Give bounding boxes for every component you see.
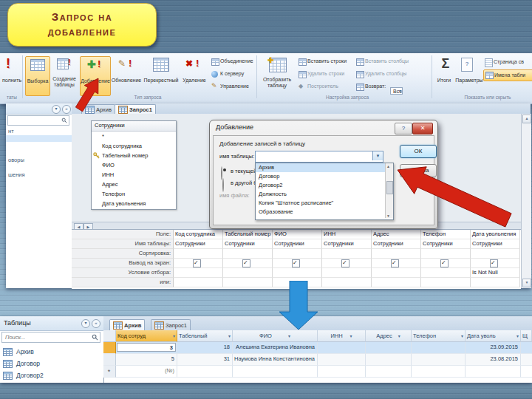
scroll-up-icon[interactable]: ▲ xyxy=(386,164,390,168)
crosstab-query-button[interactable]: Перекрестный xyxy=(143,56,179,95)
sort-arrow-icon[interactable] xyxy=(288,333,290,338)
cell-empty[interactable] xyxy=(412,366,466,378)
scroll-down-icon[interactable]: ▼ xyxy=(522,279,531,287)
field-item-asterisk[interactable]: * xyxy=(92,132,176,141)
column-header-inn[interactable]: ИНН xyxy=(318,330,366,342)
grid-cell-criteria[interactable]: Is Not Null xyxy=(471,268,520,278)
show-checkbox[interactable] xyxy=(292,259,300,267)
grid-cell[interactable]: Сотрудники xyxy=(372,239,421,249)
sort-arrow-icon[interactable] xyxy=(228,333,231,338)
grid-cell[interactable] xyxy=(421,278,471,287)
cell-phone[interactable] xyxy=(412,354,466,366)
cell-date[interactable]: 23.09.2015 xyxy=(466,342,521,354)
grid-cell[interactable]: Сотрудники xyxy=(174,239,223,249)
ok-button[interactable]: ОК xyxy=(400,145,437,158)
builder-button[interactable]: ◆ Построитель xyxy=(299,83,352,92)
cell-empty[interactable] xyxy=(366,366,412,378)
nav-item-fragment[interactable]: шения xyxy=(8,171,25,178)
cell-tabnum[interactable]: 31 xyxy=(177,354,233,366)
show-checkbox[interactable] xyxy=(440,259,449,267)
grid-cell[interactable] xyxy=(471,249,520,259)
nav-item-fragment[interactable]: нт xyxy=(8,128,14,134)
grid-cell[interactable] xyxy=(372,249,421,259)
cancel-button[interactable]: Отмена xyxy=(400,164,437,177)
select-all-corner[interactable] xyxy=(103,330,116,342)
grid-cell[interactable] xyxy=(322,268,372,278)
column-header-clicktoadd[interactable]: Щ xyxy=(521,330,532,342)
run-button[interactable]: полнить xyxy=(0,78,24,83)
grid-cell[interactable] xyxy=(372,268,421,278)
cell-empty[interactable] xyxy=(233,366,318,378)
show-checkbox[interactable] xyxy=(193,259,201,267)
nav-search-input[interactable] xyxy=(7,115,69,126)
grid-cell[interactable] xyxy=(174,268,223,278)
cell-phone[interactable] xyxy=(412,342,466,354)
cell-code[interactable]: 5 xyxy=(116,354,177,366)
cell-tabnum[interactable]: 18 xyxy=(177,342,233,354)
delete-rows-button[interactable]: Удалить строки xyxy=(299,70,352,79)
cell-date[interactable]: 23.08.2015 xyxy=(466,354,521,366)
grid-cell[interactable]: Табельный номер xyxy=(223,230,273,239)
shutter-close-icon[interactable]: « xyxy=(62,105,71,114)
grid-cell[interactable] xyxy=(273,278,322,287)
grid-cell[interactable] xyxy=(322,249,372,259)
grid-cell[interactable] xyxy=(174,278,223,287)
column-header-tabnum[interactable]: Табельный xyxy=(177,330,233,342)
dropdown-item[interactable]: Договор2 xyxy=(256,181,393,190)
field-item[interactable]: Адрес xyxy=(92,180,176,189)
new-record-selector[interactable] xyxy=(103,366,116,378)
sort-arrow-icon[interactable] xyxy=(350,333,352,338)
union-query-button[interactable]: Объединение xyxy=(211,58,256,66)
grid-cell[interactable] xyxy=(471,278,520,287)
cell-address[interactable] xyxy=(366,354,412,366)
dropdown-item[interactable]: Договор xyxy=(256,172,393,181)
data-definition-button[interactable]: ✎ Управление xyxy=(211,83,256,92)
cell-empty[interactable] xyxy=(318,366,366,378)
field-item-primary-key[interactable]: Табельный номер xyxy=(92,151,176,160)
chevron-down-icon[interactable]: ▾ xyxy=(81,319,90,328)
cell-inn[interactable] xyxy=(318,354,366,366)
cell-fio[interactable]: Алешина Екатерина Ивановна xyxy=(233,342,318,354)
insert-columns-button[interactable]: Вставить столбцы xyxy=(356,58,430,66)
field-item[interactable]: Дата увольнения xyxy=(92,199,176,208)
cell-code-editing[interactable]: 3 xyxy=(116,342,177,354)
vertical-scrollbar[interactable]: ▲ ▼ xyxy=(521,114,531,288)
shutter-close-icon[interactable]: « xyxy=(92,319,100,328)
grid-cell[interactable]: Адрес xyxy=(372,230,421,239)
search-input[interactable] xyxy=(4,332,89,342)
nav-item-dogovor2[interactable]: Договор2 xyxy=(0,369,103,381)
row-selector[interactable] xyxy=(103,354,116,366)
insert-rows-button[interactable]: Вставить строки xyxy=(299,58,352,66)
nav-item-fragment[interactable]: оворы xyxy=(8,157,24,163)
list-scrollbar[interactable]: ▲ ▼ xyxy=(385,163,393,218)
dropdown-item-selected[interactable]: Архив xyxy=(256,163,393,172)
field-item[interactable]: ИНН xyxy=(92,170,176,180)
grid-cell[interactable]: Сотрудники xyxy=(223,239,273,249)
return-control[interactable]: Возврат: Все xyxy=(356,83,430,92)
cell-extra[interactable] xyxy=(521,354,532,366)
dropdown-item[interactable]: Образование xyxy=(256,208,393,216)
grid-cell[interactable]: Сотрудники xyxy=(322,239,372,249)
grid-cell[interactable] xyxy=(372,278,421,287)
show-checkbox[interactable] xyxy=(391,259,399,267)
column-header-code[interactable]: Код сотруд xyxy=(116,330,177,342)
dropdown-item[interactable]: Должность xyxy=(256,190,393,199)
grid-cell[interactable] xyxy=(223,249,273,259)
grid-cell[interactable] xyxy=(273,249,322,259)
other-db-radio[interactable] xyxy=(222,178,224,192)
grid-cell[interactable]: ИНН xyxy=(322,230,372,239)
cell-empty[interactable] xyxy=(521,366,532,378)
sort-arrow-icon[interactable] xyxy=(398,333,400,338)
return-value-dropdown[interactable]: Все xyxy=(390,87,403,95)
scroll-up-icon[interactable]: ▲ xyxy=(522,115,531,123)
grid-cell[interactable] xyxy=(223,278,273,287)
close-icon[interactable]: ✕ xyxy=(412,123,433,134)
make-table-query-button[interactable]: ! Создание таблицы xyxy=(50,56,78,95)
field-item[interactable]: Код сотрудника xyxy=(92,141,176,151)
scroll-down-icon[interactable]: ▼ xyxy=(386,214,390,218)
tab-query1[interactable]: Запрос1 xyxy=(115,104,156,115)
grid-cell[interactable] xyxy=(174,249,223,259)
grid-cell[interactable] xyxy=(421,268,471,278)
chevron-down-icon[interactable]: ▾ xyxy=(52,105,61,114)
cell-fio[interactable]: Наумова Инна Константиновна xyxy=(233,354,318,366)
